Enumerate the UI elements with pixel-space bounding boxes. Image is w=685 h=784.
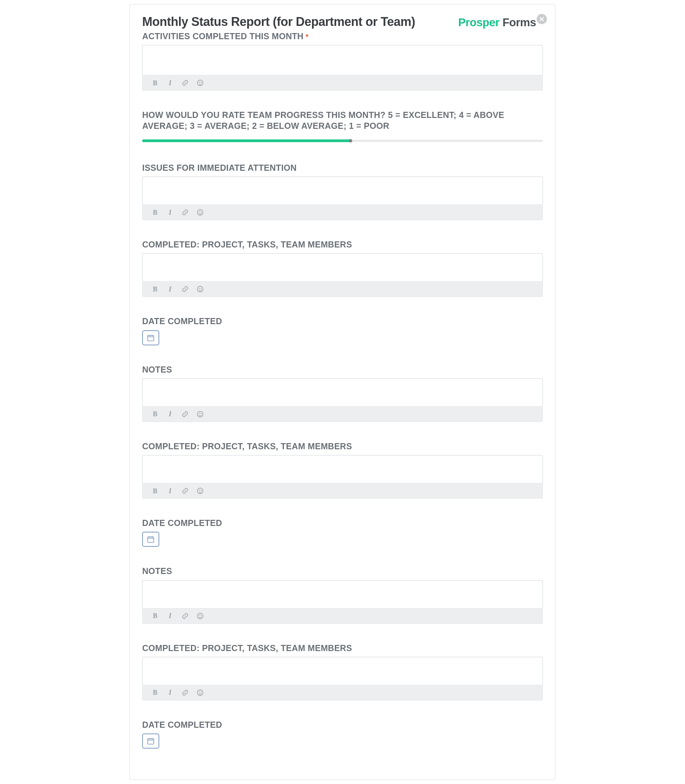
italic-button[interactable]: I [166,410,174,418]
link-button[interactable] [182,79,189,87]
field-label: COMPLETED: PROJECT, TASKS, TEAM MEMBERS [142,643,543,653]
italic-button[interactable]: I [166,209,174,216]
bold-button[interactable]: B [151,689,159,697]
svg-point-17 [197,613,203,619]
svg-point-0 [197,80,203,86]
rich-text-input[interactable] [142,580,543,608]
svg-point-14 [199,490,200,491]
svg-point-7 [199,288,200,289]
emoji-button[interactable] [196,487,204,495]
italic-button[interactable]: I [166,285,174,293]
svg-point-2 [201,82,201,83]
svg-point-19 [201,615,201,615]
bold-button[interactable]: B [151,410,159,418]
link-icon [182,410,189,418]
link-button[interactable] [182,689,189,697]
brand-part2: Forms [503,16,536,29]
form-section: HOW WOULD YOU RATE TEAM PROGRESS THIS MO… [142,110,543,144]
bold-button[interactable]: B [151,79,159,87]
svg-point-22 [201,692,201,692]
form-section: NOTES B I [142,364,543,422]
rich-text-input[interactable] [142,45,543,75]
emoji-icon [196,209,204,216]
date-picker-button[interactable] [142,330,159,345]
emoji-icon [196,689,204,697]
emoji-button[interactable] [196,612,204,620]
emoji-icon [196,612,204,620]
date-picker-button[interactable] [142,532,159,547]
field-label: NOTES [142,364,543,375]
link-icon [182,79,189,87]
close-icon [539,17,544,21]
rich-text-input[interactable] [142,455,543,483]
link-icon [182,612,189,620]
rich-text-toolbar: B I [142,608,543,624]
rich-text-input[interactable] [142,177,543,204]
link-button[interactable] [182,612,189,620]
emoji-icon [196,79,204,87]
bold-button[interactable]: B [151,612,159,620]
field-label: NOTES [142,566,543,577]
svg-point-20 [197,690,203,696]
italic-button[interactable]: I [166,79,174,87]
form-card: Monthly Status Report (for Department or… [130,4,555,780]
link-button[interactable] [182,285,189,293]
calendar-icon [147,535,155,543]
emoji-icon [196,487,204,495]
svg-point-5 [201,212,201,212]
italic-button[interactable]: I [166,487,174,495]
field-label: COMPLETED: PROJECT, TASKS, TEAM MEMBERS [142,441,543,452]
bold-button[interactable]: B [151,209,159,216]
date-picker-button[interactable] [142,734,159,748]
rich-text-input[interactable] [142,657,543,685]
page-title: Monthly Status Report (for Department or… [142,15,415,29]
rich-text-toolbar: B I [142,483,543,499]
emoji-button[interactable] [196,79,204,87]
link-icon [182,209,189,216]
rich-text-input[interactable] [142,253,543,281]
link-button[interactable] [182,410,189,418]
slider-fill [142,139,351,142]
form-section: COMPLETED: PROJECT, TASKS, TEAM MEMBERS … [142,441,543,499]
rating-slider[interactable] [142,138,543,144]
form-section: ACTIVITIES COMPLETED THIS MONTH* B I [142,31,543,91]
emoji-icon [196,285,204,293]
emoji-button[interactable] [196,410,204,418]
emoji-button[interactable] [196,285,204,293]
rich-text-input[interactable] [142,378,543,406]
link-button[interactable] [182,209,189,216]
link-button[interactable] [182,487,189,495]
header: Monthly Status Report (for Department or… [142,15,543,29]
italic-button[interactable]: I [166,689,174,697]
svg-point-11 [199,413,200,413]
svg-rect-23 [148,739,154,744]
link-icon [182,487,189,495]
italic-button[interactable]: I [166,612,174,620]
svg-point-6 [197,286,203,292]
emoji-button[interactable] [196,689,204,697]
bold-button[interactable]: B [151,285,159,293]
rich-text-toolbar: B I [142,281,543,297]
form-section: ISSUES FOR IMMEDIATE ATTENTION B I [142,163,543,220]
emoji-button[interactable] [196,209,204,216]
form-section: NOTES B I [142,566,543,624]
field-label: ACTIVITIES COMPLETED THIS MONTH* [142,31,543,42]
link-icon [182,689,189,697]
bold-button[interactable]: B [151,487,159,495]
form-section: COMPLETED: PROJECT, TASKS, TEAM MEMBERS … [142,643,543,700]
form-section: DATE COMPLETED [142,316,543,345]
svg-point-12 [201,413,201,413]
rich-text-toolbar: B I [142,685,543,700]
svg-point-10 [197,411,203,417]
brand-part1: Prosper [458,16,503,29]
field-label: DATE COMPLETED [142,518,543,528]
field-label: DATE COMPLETED [142,316,543,327]
emoji-icon [196,410,204,418]
svg-point-21 [199,692,200,692]
link-icon [182,285,189,293]
svg-point-18 [199,615,200,615]
field-label: COMPLETED: PROJECT, TASKS, TEAM MEMBERS [142,239,543,250]
calendar-icon [147,334,155,342]
close-button[interactable] [537,14,547,24]
slider-thumb[interactable] [349,139,352,143]
